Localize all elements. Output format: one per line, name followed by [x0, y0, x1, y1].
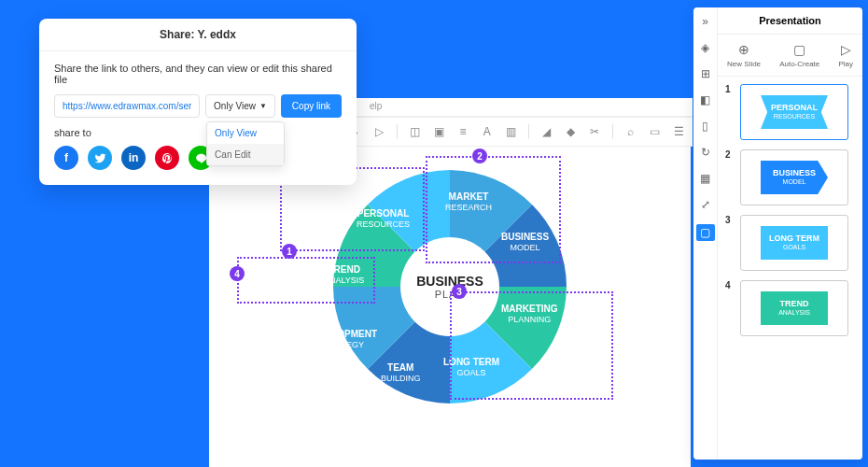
grid-icon[interactable]: ⊞ [699, 67, 712, 80]
permission-option-edit[interactable]: Can Edit [207, 144, 284, 165]
share-title: Share: Y. eddx [39, 19, 357, 51]
panel-title: Presentation [718, 7, 862, 35]
marker-2: 2 [472, 149, 487, 163]
linkedin-icon[interactable]: in [121, 146, 146, 170]
permission-select[interactable]: Only View▼ Only View Can Edit [205, 94, 275, 118]
twitter-icon[interactable] [88, 146, 112, 170]
preview-icon[interactable]: ▭ [649, 125, 662, 138]
share-to-label: share to [54, 127, 342, 138]
share-dialog: Share: Y. eddx Share the link to others,… [39, 19, 357, 185]
more-icon[interactable]: ☰ [672, 125, 685, 138]
layers-tool-icon[interactable]: ◧ [699, 93, 712, 106]
history-icon[interactable]: ↻ [699, 146, 712, 159]
share-url-input[interactable] [54, 94, 200, 118]
fill-icon[interactable]: ◢ [540, 125, 553, 138]
new-slide-button[interactable]: ⊕New Slide [727, 42, 761, 68]
slide-list: 1 PERSONALRESOURCES 2 BUSINESSMODEL 3 LO… [718, 77, 862, 353]
play-button[interactable]: ▷Play [838, 42, 853, 68]
page-icon[interactable]: ▯ [699, 120, 712, 133]
shapes-icon[interactable]: ▦ [699, 172, 712, 185]
canvas[interactable]: MARKETRESEARCH BUSINESSMODEL MARKETINGPL… [209, 147, 691, 467]
segment-team: TEAMBUILDING [381, 361, 421, 385]
right-panel: » ◈ ⊞ ◧ ▯ ↻ ▦ ⤢ ▢ Presentation ⊕New Slid… [693, 7, 862, 460]
facebook-icon[interactable]: f [54, 146, 78, 170]
align-icon[interactable]: ≡ [456, 125, 469, 138]
slide-item[interactable]: 3 LONG TERMGOALS [725, 215, 855, 271]
chart-icon[interactable]: ▥ [505, 125, 518, 138]
marker-3: 3 [452, 284, 467, 299]
slide-item[interactable]: 2 BUSINESSMODEL [725, 149, 855, 205]
share-description: Share the link to others, and they can v… [54, 63, 342, 85]
slide-item[interactable]: 1 PERSONALRESOURCES [725, 84, 855, 140]
icon-strip: » ◈ ⊞ ◧ ▯ ↻ ▦ ⤢ ▢ [693, 7, 718, 460]
selection-3[interactable] [450, 291, 613, 400]
slide-item[interactable]: 4 TRENDANALYSIS [725, 280, 855, 336]
search-icon[interactable]: ⌕ [624, 125, 637, 138]
permission-dropdown: Only View Can Edit [206, 121, 285, 166]
font-icon[interactable]: A [481, 125, 494, 138]
copy-link-button[interactable]: Copy link [281, 94, 342, 118]
presentation-icon[interactable]: ▢ [696, 224, 715, 241]
pen-icon[interactable]: ▷ [372, 125, 385, 138]
selection-4[interactable] [237, 257, 375, 304]
collapse-icon[interactable]: » [699, 15, 712, 28]
fill-tool-icon[interactable]: ◈ [699, 41, 712, 54]
expand-icon[interactable]: ⤢ [699, 198, 712, 211]
marker-4: 4 [230, 266, 245, 281]
permission-option-view[interactable]: Only View [207, 122, 284, 144]
pinterest-icon[interactable] [155, 146, 179, 170]
crop-icon[interactable]: ✂ [588, 125, 601, 138]
selection-2[interactable] [426, 156, 561, 263]
chevron-down-icon: ▼ [259, 102, 267, 110]
auto-create-button[interactable]: ▢Auto-Create [779, 42, 819, 68]
help-menu[interactable]: elp [370, 101, 382, 111]
layers-icon[interactable]: ◫ [409, 125, 422, 138]
stroke-icon[interactable]: ◆ [565, 125, 578, 138]
image-icon[interactable]: ▣ [433, 125, 446, 138]
segment-development: DEVELOPMENTSTRATEGY [306, 328, 377, 351]
